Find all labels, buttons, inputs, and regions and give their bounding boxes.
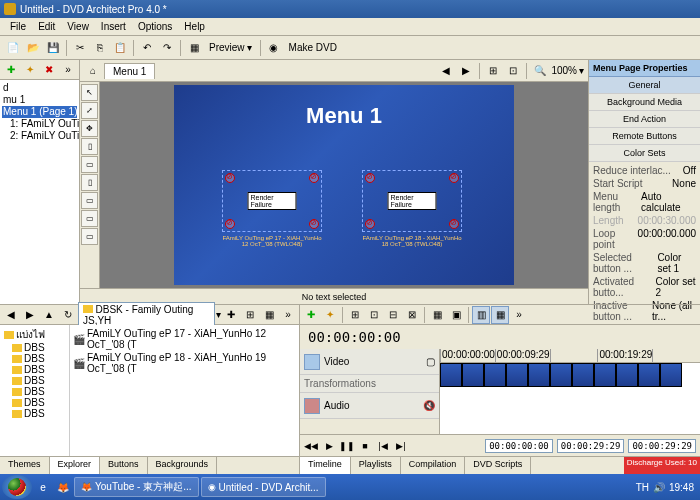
tree-page[interactable]: Menu 1 (Page 1) (2, 106, 77, 118)
workspace-tab[interactable]: Menu 1 (104, 63, 155, 79)
track-video[interactable]: Video▢ (300, 349, 439, 375)
section-remote[interactable]: Remote Buttons (589, 128, 700, 145)
menu-file[interactable]: File (4, 19, 32, 34)
back-icon[interactable]: ◀ (2, 306, 20, 324)
file-item[interactable]: 🎬FAmiLY OuTing eP 18 - XiAH_YunHo 19 OcT… (72, 351, 297, 375)
pause-icon[interactable]: ❚❚ (340, 439, 354, 453)
goto-start-icon[interactable]: ◀◀ (304, 439, 318, 453)
file-list[interactable]: 🎬FAmiLY OuTing eP 17 - XiAH_YunHo 12 OcT… (70, 325, 299, 456)
tool-b-icon[interactable]: ⊡ (504, 62, 522, 80)
prop-row[interactable]: Start ScriptNone (591, 177, 698, 190)
prop-row[interactable]: Loop point00:00:00.000 (591, 227, 698, 251)
menu-view[interactable]: View (61, 19, 95, 34)
save-icon[interactable]: 💾 (44, 39, 62, 57)
folder-item[interactable]: DBS (2, 375, 67, 386)
menu-help[interactable]: Help (178, 19, 211, 34)
section-general[interactable]: General (589, 77, 700, 94)
track-transform[interactable]: Transformations (300, 375, 439, 393)
prop-row[interactable]: Reduce interlac...Off (591, 164, 698, 177)
menu-insert[interactable]: Insert (95, 19, 132, 34)
undo-icon[interactable]: ↶ (138, 39, 156, 57)
exp-c-icon[interactable]: ▦ (260, 306, 278, 324)
tab-explorer[interactable]: Explorer (50, 457, 101, 474)
fwd-icon[interactable]: ▶ (21, 306, 39, 324)
tl-d-icon[interactable]: ⊠ (403, 306, 421, 324)
nav-back-icon[interactable]: ◀ (437, 62, 455, 80)
quick-ie-icon[interactable]: e (34, 478, 52, 496)
open-icon[interactable]: 📂 (24, 39, 42, 57)
tl-a-icon[interactable]: ⊞ (346, 306, 364, 324)
preview-button[interactable]: Preview▾ (205, 42, 256, 53)
mute-icon[interactable]: ▢ (426, 356, 435, 367)
exp-b-icon[interactable]: ⊞ (241, 306, 259, 324)
section-colorsets[interactable]: Color Sets (589, 145, 700, 162)
transport-time-3[interactable]: 00:00:29:29 (628, 439, 696, 453)
zoom-value[interactable]: 100% (551, 65, 577, 76)
zoom-dd-icon[interactable]: ▾ (579, 65, 584, 76)
tl-snap-icon[interactable]: ▥ (472, 306, 490, 324)
tl-star-icon[interactable]: ✦ (321, 306, 339, 324)
align-t-icon[interactable]: ▭ (81, 192, 98, 209)
preview-icon[interactable]: ▦ (185, 39, 203, 57)
add-menu-icon[interactable]: ✦ (21, 61, 39, 79)
play-icon[interactable]: ▶ (322, 439, 336, 453)
tl-add-icon[interactable]: ✚ (302, 306, 320, 324)
folder-item[interactable]: DBS (2, 386, 67, 397)
prop-row[interactable]: Length00:00:30.000 (591, 214, 698, 227)
chevron-down-icon[interactable]: » (59, 61, 77, 79)
redo-icon[interactable]: ↷ (158, 39, 176, 57)
folder-item[interactable]: DBS (2, 353, 67, 364)
align-l-icon[interactable]: ▯ (81, 138, 98, 155)
task-item-dvd[interactable]: ◉Untitled - DVD Archit... (201, 477, 326, 497)
project-tree[interactable]: d mu 1 Menu 1 (Page 1) 1: FAmiLY OuTing … (0, 80, 79, 304)
align-b-icon[interactable]: ▭ (81, 228, 98, 245)
address-bar[interactable]: DBSK - Family Outing JS,YH (78, 302, 215, 328)
tab-timeline[interactable]: Timeline (300, 457, 351, 474)
tool-a-icon[interactable]: ⊞ (484, 62, 502, 80)
tab-compilation[interactable]: Compilation (401, 457, 466, 474)
button-caption-1[interactable]: FAmiLY OuTing eP 17 - XiAH_YunHo 12 OcT_… (222, 235, 322, 247)
stop-icon[interactable]: ■ (358, 439, 372, 453)
folder-tree[interactable]: แบ่งไฟ DBS DBS DBS DBS DBS DBS DBS (0, 325, 70, 456)
cut-icon[interactable]: ✂ (71, 39, 89, 57)
tree-root[interactable]: d (2, 82, 77, 94)
timecode-display[interactable]: 00:00:00:00 (300, 325, 409, 349)
transport-time-2[interactable]: 00:00:29:29 (557, 439, 625, 453)
tab-backgrounds[interactable]: Backgrounds (148, 457, 218, 474)
exp-chevron-icon[interactable]: » (279, 306, 297, 324)
prop-row[interactable]: Activated butto...Color set 2 (591, 275, 698, 299)
delete-icon[interactable]: ✖ (40, 61, 58, 79)
prop-row[interactable]: Selected button ...Color set 1 (591, 251, 698, 275)
nav-tool-icon[interactable]: ✥ (81, 120, 98, 137)
up-icon[interactable]: ▲ (40, 306, 58, 324)
tab-themes[interactable]: Themes (0, 457, 50, 474)
tl-grid-icon[interactable]: ▦ (491, 306, 509, 324)
select-tool-icon[interactable]: ↖ (81, 84, 98, 101)
lang-indicator[interactable]: TH (636, 482, 649, 493)
tl-c-icon[interactable]: ⊟ (384, 306, 402, 324)
system-tray[interactable]: TH 🔊 19:48 (632, 482, 698, 493)
tab-playlists[interactable]: Playlists (351, 457, 401, 474)
tab-buttons[interactable]: Buttons (100, 457, 148, 474)
menu-edit[interactable]: Edit (32, 19, 61, 34)
home-icon[interactable]: ⌂ (84, 62, 102, 80)
menu-options[interactable]: Options (132, 19, 178, 34)
size-tool-icon[interactable]: ⤢ (81, 102, 98, 119)
button-caption-2[interactable]: FAmiLY OuTing eP 18 - XiAH_YunHo 18 OcT_… (362, 235, 462, 247)
refresh-icon[interactable]: ↻ (59, 306, 77, 324)
clock[interactable]: 19:48 (669, 482, 694, 493)
mute-icon[interactable]: 🔇 (423, 400, 435, 411)
paste-icon[interactable]: 📋 (111, 39, 129, 57)
task-item-youtube[interactable]: 🦊YouTube - 東方神起... (74, 477, 199, 497)
video-clip[interactable] (440, 363, 682, 389)
menu-button-1[interactable]: Render Failure (222, 170, 322, 232)
file-item[interactable]: 🎬FAmiLY OuTing eP 17 - XiAH_YunHo 12 OcT… (72, 327, 297, 351)
section-endaction[interactable]: End Action (589, 111, 700, 128)
tl-chevron-icon[interactable]: » (510, 306, 528, 324)
zoom-icon[interactable]: 🔍 (531, 62, 549, 80)
tl-f-icon[interactable]: ▣ (447, 306, 465, 324)
transport-time-1[interactable]: 00:00:00:00 (485, 439, 553, 453)
addr-dd-icon[interactable]: ▾ (216, 309, 221, 320)
folder-item[interactable]: DBS (2, 408, 67, 419)
tab-scripts[interactable]: DVD Scripts (465, 457, 531, 474)
